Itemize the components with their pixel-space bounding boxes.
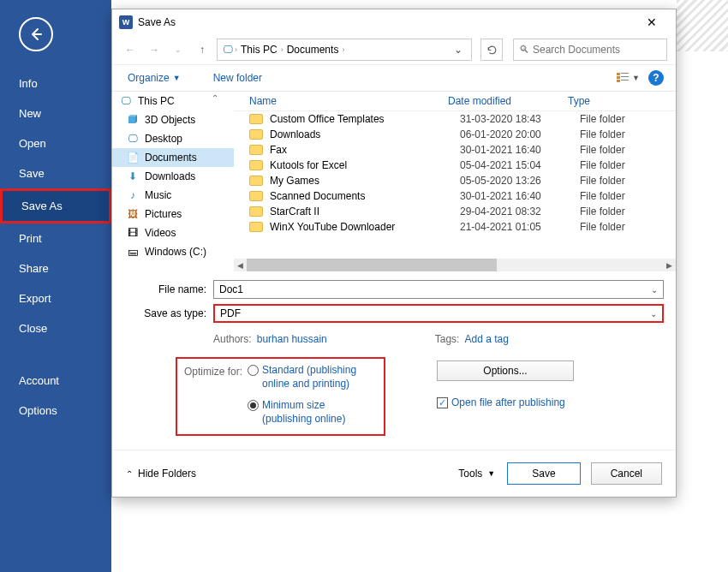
save-form: File name: ⌄ Save as type: ⌄ Authors: bu… [112,271,676,444]
file-name-input[interactable] [214,283,646,295]
nav-row: ← → ⌄ ↑ 🖵 › This PC › Documents › ⌄ 🔍︎ [112,35,676,64]
folder-icon [249,176,263,186]
svg-rect-6 [128,116,135,123]
cancel-button[interactable]: Cancel [591,462,662,485]
explorer-body: ⌃ 🖵This PC 3D Objects 🖵Desktop 📄Document… [112,92,676,271]
new-folder-button[interactable]: New folder [210,70,266,86]
search-input[interactable] [533,44,661,56]
save-as-dialog: W Save As ✕ ← → ⌄ ↑ 🖵 › This PC › Docume… [111,9,677,498]
folder-icon [249,191,263,201]
file-name-dropdown[interactable]: ⌄ [646,285,663,295]
open-after-checkbox[interactable]: ✓ Open file after publishing [437,396,574,408]
folder-tree[interactable]: ⌃ 🖵This PC 3D Objects 🖵Desktop 📄Document… [112,92,234,271]
file-row[interactable]: My Games05-05-2020 13:26File folder [234,173,676,188]
tree-pictures[interactable]: 🖼Pictures [112,205,234,223]
menu-print[interactable]: Print [0,223,111,253]
hscroll-thumb[interactable] [247,259,497,271]
tags-value[interactable]: Add a tag [464,333,508,345]
downloads-icon: ⬇ [126,170,140,182]
file-row[interactable]: StarCraft II29-04-2021 08:32File folder [234,204,676,219]
folder-icon [249,114,263,124]
nav-back[interactable]: ← [121,40,140,59]
authors-value[interactable]: burhan hussain [257,333,327,345]
optimize-minimum-radio[interactable]: Minimum size (publishing online) [248,399,373,426]
breadcrumb-sep3[interactable]: › [342,45,344,54]
address-bar[interactable]: 🖵 › This PC › Documents › ⌄ [217,39,472,61]
folder-icon [249,206,263,217]
save-as-type-label: Save as type: [124,307,213,319]
breadcrumb-thispc[interactable]: This PC [237,44,281,56]
nav-forward[interactable]: → [145,40,164,59]
col-type-header[interactable]: Type [568,95,590,107]
col-date-header[interactable]: Date modified [448,95,568,107]
menu-export[interactable]: Export [0,283,111,313]
save-button[interactable]: Save [507,462,580,485]
nav-up[interactable]: ↑ [193,40,212,59]
col-name-header[interactable]: Name [234,95,448,107]
back-button[interactable] [19,17,53,51]
decorative-hatch [677,0,728,51]
search-icon: 🔍︎ [519,44,533,56]
file-list[interactable]: Custom Office Templates31-03-2020 18:43F… [234,111,676,259]
menu-close[interactable]: Close [0,313,111,343]
search-box[interactable]: 🔍︎ [513,39,667,61]
menu-account[interactable]: Account [0,366,111,396]
horizontal-scrollbar[interactable]: ◀ ▶ [234,259,676,271]
3d-icon [126,114,140,126]
tree-3d-objects[interactable]: 3D Objects [112,110,234,129]
breadcrumb-documents[interactable]: Documents [283,44,343,56]
close-button[interactable]: ✕ [635,10,669,34]
save-as-type-combo[interactable]: ⌄ [213,304,664,323]
file-row[interactable]: Custom Office Templates31-03-2020 18:43F… [234,111,676,127]
organize-menu[interactable]: Organize ▼ [124,70,184,86]
pictures-icon: 🖼 [126,208,140,220]
file-name-combo[interactable]: ⌄ [213,280,664,299]
folder-icon [249,160,263,170]
hscroll-right[interactable]: ▶ [663,259,676,271]
options-button[interactable]: Options... [437,360,574,381]
view-button[interactable]: ▼ [617,73,640,83]
tree-desktop[interactable]: 🖵Desktop [112,129,234,148]
refresh-button[interactable] [480,39,503,61]
tree-documents[interactable]: 📄Documents [112,148,234,167]
dialog-title: Save As [138,16,635,28]
videos-icon: 🎞 [126,227,140,239]
address-history-dropdown[interactable]: ⌄ [449,44,468,56]
radio-icon-checked [248,400,259,411]
help-button[interactable]: ? [648,70,664,86]
word-icon: W [119,15,133,29]
svg-rect-1 [621,73,629,74]
nav-recent-chevron[interactable]: ⌄ [169,40,188,59]
menu-options[interactable]: Options [0,396,111,426]
tree-videos[interactable]: 🎞Videos [112,223,234,242]
backstage-sidebar: Info New Open Save Save As Print Share E… [0,0,111,572]
tree-music[interactable]: ♪Music [112,186,234,205]
breadcrumb-pc-icon: 🖵 [221,44,235,56]
folder-icon [249,129,263,140]
file-row[interactable]: Fax30-01-2021 16:40File folder [234,142,676,158]
file-row[interactable]: Kutools for Excel05-04-2021 15:04File fo… [234,158,676,173]
file-row[interactable]: Scanned Documents30-01-2021 16:40File fo… [234,188,676,204]
tree-windows-c[interactable]: 🖴Windows (C:) [112,242,234,261]
save-as-type-dropdown[interactable]: ⌄ [645,309,662,319]
chevron-up-icon: ⌃ [126,469,133,479]
file-name-label: File name: [124,283,213,295]
save-as-type-input[interactable] [215,307,645,319]
file-row[interactable]: Downloads06-01-2020 20:00File folder [234,127,676,142]
menu-share[interactable]: Share [0,253,111,283]
dialog-footer: ⌃ Hide Folders Tools ▼ Save Cancel [112,450,676,497]
menu-save[interactable]: Save [0,158,111,188]
menu-new[interactable]: New [0,98,111,128]
tools-menu[interactable]: Tools ▼ [458,468,495,480]
menu-save-as[interactable]: Save As [0,188,111,223]
file-row[interactable]: WinX YouTube Downloader21-04-2021 01:05F… [234,219,676,235]
checkbox-icon: ✓ [437,397,448,408]
menu-info[interactable]: Info [0,69,111,98]
toolbar-row: Organize ▼ New folder ▼ ? [112,64,676,92]
optimize-standard-radio[interactable]: Standard (publishing online and printing… [248,364,373,390]
hscroll-left[interactable]: ◀ [234,259,247,271]
tree-expand-icon[interactable]: ⌃ [212,93,218,103]
menu-open[interactable]: Open [0,128,111,158]
tree-downloads[interactable]: ⬇Downloads [112,167,234,186]
hide-folders-button[interactable]: ⌃ Hide Folders [126,468,196,480]
